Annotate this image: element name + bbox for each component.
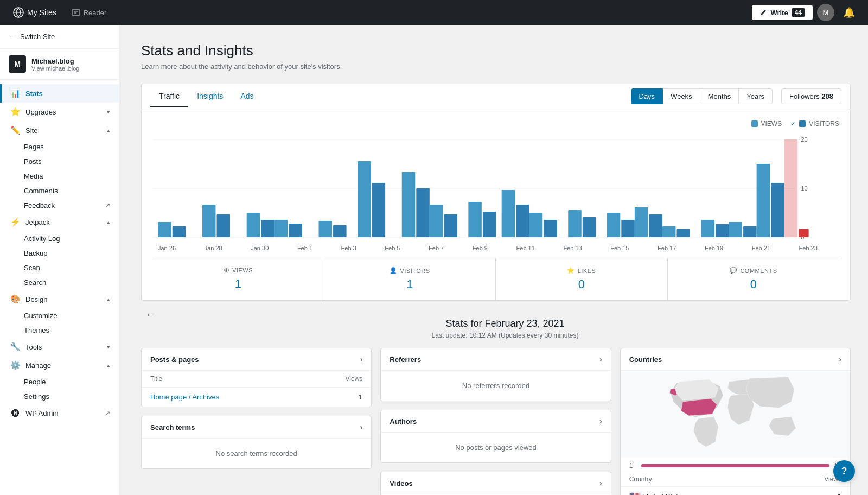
switch-site-button[interactable]: ← Switch Site — [0, 25, 119, 49]
authors-panel: Authors › No posts or pages viewed — [380, 410, 611, 463]
svg-rect-47 — [799, 229, 808, 237]
period-months-button[interactable]: Months — [700, 88, 739, 104]
stats-icon: 📊 — [10, 88, 20, 98]
sidebar-nav: 📊 Stats ⭐ Upgrades ▾ ✏️ Site ▴ Pages Pos… — [0, 80, 119, 427]
period-days-button[interactable]: Days — [631, 88, 663, 104]
authors-header: Authors › — [381, 410, 610, 433]
svg-rect-21 — [372, 183, 386, 237]
help-button[interactable]: ? — [833, 460, 855, 482]
svg-rect-32 — [568, 210, 582, 237]
posts-pages-header: Posts & pages › — [142, 348, 371, 371]
views-legend: VIEWS — [751, 120, 782, 128]
page-subtitle: Learn more about the activity and behavi… — [141, 62, 851, 71]
stats-summary-row: 👁 VIEWS 1 👤 VISITORS 1 ⭐ LIKES — [152, 258, 839, 300]
period-years-button[interactable]: Years — [738, 88, 773, 104]
site-url: View michael.blog — [31, 65, 79, 72]
data-panels: Posts & pages › Title Views Home page / … — [141, 348, 851, 495]
sidebar-item-upgrades[interactable]: ⭐ Upgrades ▾ — [0, 103, 119, 121]
sidebar-item-backup[interactable]: Backup — [0, 246, 119, 261]
referrers-expand-icon[interactable]: › — [599, 355, 602, 364]
sidebar-item-search[interactable]: Search — [0, 275, 119, 290]
sidebar-item-jetpack[interactable]: ⚡ Jetpack ▴ — [0, 213, 119, 231]
svg-rect-11 — [173, 226, 186, 237]
home-page-views: 1 — [359, 393, 362, 401]
svg-rect-10 — [158, 222, 171, 237]
videos-expand-icon[interactable]: › — [599, 479, 602, 487]
comments-icon: 💬 — [730, 267, 738, 274]
period-weeks-button[interactable]: Weeks — [662, 88, 700, 104]
design-icon: 🎨 — [10, 294, 20, 304]
external-link-icon: ↗ — [105, 410, 110, 417]
sidebar-item-design[interactable]: 🎨 Design ▴ — [0, 290, 119, 308]
user-avatar[interactable]: M — [817, 4, 834, 21]
sidebar-item-feedback[interactable]: Feedback ↗ — [0, 198, 119, 213]
svg-rect-43 — [743, 226, 757, 237]
sidebar-item-scan[interactable]: Scan — [0, 261, 119, 275]
sidebar-item-themes[interactable]: Themes — [0, 323, 119, 338]
svg-rect-18 — [319, 221, 333, 237]
sidebar-item-settings[interactable]: Settings — [0, 389, 119, 404]
likes-icon: ⭐ — [567, 267, 575, 274]
country-bar-track — [641, 464, 829, 467]
notifications-bell[interactable]: 🔔 — [839, 7, 859, 18]
jetpack-icon: ⚡ — [10, 217, 20, 227]
svg-rect-23 — [416, 188, 430, 237]
page-title: Stats and Insights — [141, 42, 851, 59]
date-nav-row: ← Stats for February 23, 2021 Last updat… — [141, 305, 851, 344]
back-button[interactable]: ← — [141, 305, 159, 325]
sidebar-item-site[interactable]: ✏️ Site ▴ — [0, 121, 119, 139]
tab-traffic[interactable]: Traffic — [150, 86, 188, 107]
posts-pages-expand-icon[interactable]: › — [360, 355, 363, 364]
chevron-up-icon: ▴ — [107, 219, 110, 226]
svg-rect-40 — [701, 220, 714, 237]
sidebar-item-media[interactable]: Media — [0, 169, 119, 183]
search-terms-expand-icon[interactable]: › — [360, 423, 363, 431]
sidebar-item-wp-admin[interactable]: 🅦 WP Admin ↗ — [0, 404, 119, 422]
search-terms-empty: No search terms recorded — [142, 439, 371, 468]
sidebar-item-pages[interactable]: Pages — [0, 139, 119, 154]
referrers-panel: Referrers › No referrers recorded — [380, 348, 611, 401]
stat-comments: 💬 COMMENTS 0 — [668, 258, 840, 300]
site-info: M Michael.blog View michael.blog — [0, 49, 119, 80]
svg-rect-16 — [275, 220, 288, 237]
tab-ads[interactable]: Ads — [232, 86, 262, 107]
svg-rect-41 — [716, 224, 729, 237]
svg-rect-12 — [202, 205, 216, 237]
manage-icon: ⚙️ — [10, 360, 20, 370]
followers-button[interactable]: Followers 208 — [781, 88, 841, 104]
sidebar-item-manage[interactable]: ⚙️ Manage ▴ — [0, 356, 119, 375]
videos-panel: Videos › No videos played — [380, 472, 611, 495]
referrers-header: Referrers › — [381, 348, 610, 371]
visitors-icon: 👤 — [390, 267, 398, 274]
topbar-reader[interactable]: Reader — [65, 0, 113, 25]
sidebar-item-comments[interactable]: Comments — [0, 183, 119, 198]
svg-rect-42 — [729, 222, 743, 237]
authors-expand-icon[interactable]: › — [599, 417, 602, 426]
visitors-legend: ✓ VISITORS — [790, 120, 839, 128]
world-map — [621, 371, 850, 458]
home-page-link[interactable]: Home page / Archives — [150, 393, 219, 401]
countries-expand-icon[interactable]: › — [839, 355, 841, 364]
bar-chart: 20 10 0 — [152, 134, 839, 243]
svg-rect-13 — [217, 214, 231, 237]
sidebar-item-people[interactable]: People — [0, 375, 119, 389]
visitors-legend-color — [799, 120, 806, 127]
sidebar-item-stats[interactable]: 📊 Stats — [0, 84, 119, 103]
svg-rect-34 — [607, 213, 621, 237]
map-svg — [621, 371, 850, 458]
stat-visitors: 👤 VISITORS 1 — [324, 258, 496, 300]
wp-admin-icon: 🅦 — [10, 408, 20, 418]
svg-rect-37 — [649, 214, 662, 237]
svg-text:10: 10 — [801, 185, 807, 192]
date-subtitle: Last update: 10:12 AM (Updates every 30 … — [159, 332, 851, 339]
sidebar-item-tools[interactable]: 🔧 Tools ▾ — [0, 338, 119, 356]
svg-rect-30 — [529, 213, 543, 237]
tab-insights[interactable]: Insights — [188, 86, 232, 107]
sidebar-item-posts[interactable]: Posts — [0, 154, 119, 169]
sidebar-item-customize[interactable]: Customize — [0, 308, 119, 323]
write-button[interactable]: Write 44 — [752, 5, 813, 20]
topbar-mysites[interactable]: My Sites — [9, 7, 61, 18]
stat-likes-value: 0 — [496, 277, 667, 291]
sidebar-item-activity-log[interactable]: Activity Log — [0, 231, 119, 246]
traffic-tabs: Traffic Insights Ads Days Weeks Months Y… — [141, 84, 851, 109]
